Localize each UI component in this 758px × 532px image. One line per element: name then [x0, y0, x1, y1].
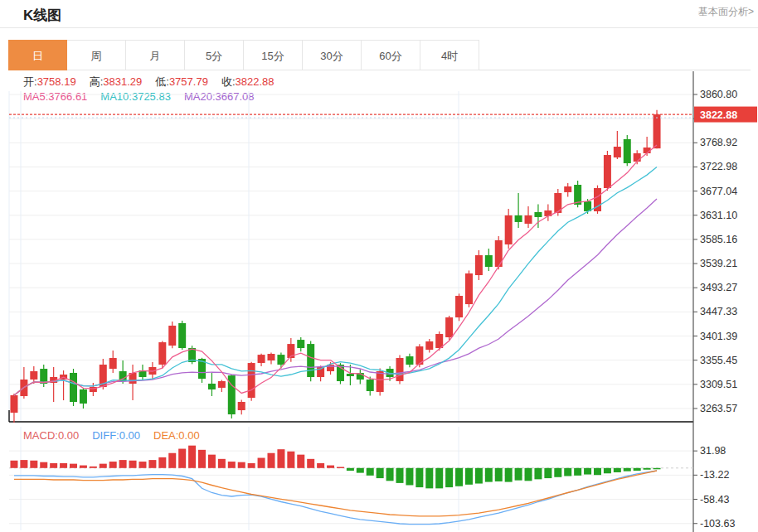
candle-body	[534, 212, 542, 217]
candle-body	[277, 355, 284, 365]
candle-body	[604, 155, 611, 188]
price-tick-label: 3539.21	[700, 258, 737, 269]
macd-bar	[327, 466, 334, 468]
candle-body	[347, 374, 354, 376]
macd-bar	[60, 463, 67, 468]
macd-bar	[70, 464, 77, 468]
macd-bar	[198, 450, 206, 468]
macd-bar	[415, 468, 423, 487]
candle-body	[267, 354, 275, 360]
macd-bar	[396, 468, 404, 483]
macd-bar	[267, 453, 275, 468]
price-tick-label: 3768.92	[700, 137, 737, 148]
ma5-line	[14, 145, 657, 395]
macd-bar	[594, 468, 601, 475]
price-tick-label: 3722.98	[700, 161, 737, 172]
macd-bar	[644, 468, 651, 470]
macd-bar	[158, 457, 166, 468]
macd-bar	[50, 463, 57, 468]
candle-body	[406, 356, 413, 365]
macd-bar	[584, 468, 591, 475]
macd-bar	[148, 460, 156, 468]
macd-bar	[485, 468, 493, 482]
macd-bar	[218, 459, 226, 468]
price-tick-label: 3493.27	[700, 282, 737, 293]
candle-body	[465, 273, 473, 304]
macd-bar	[40, 462, 47, 468]
macd-bar	[138, 462, 146, 468]
candle-body	[525, 215, 532, 224]
price-tick-label: 3677.04	[700, 186, 737, 197]
candle-body	[30, 371, 37, 380]
price-tick-label: 3447.33	[700, 306, 737, 317]
candle-body	[455, 296, 463, 317]
macd-bar	[307, 459, 314, 468]
macd-bar	[425, 468, 433, 489]
candle-body	[40, 369, 47, 384]
macd-bar	[465, 468, 473, 485]
macd-bar	[347, 468, 354, 471]
macd-bar	[357, 468, 364, 473]
dea-line	[14, 471, 657, 516]
macd-bar	[624, 468, 631, 472]
kline-page: K线图 基本面分析> 日周月5分15分30分60分4时 开:3758.19高:3…	[0, 0, 758, 532]
macd-bar	[287, 452, 294, 468]
macd-bar	[129, 461, 137, 468]
macd-bar	[238, 462, 245, 468]
macd-bar	[406, 468, 413, 486]
macd-bar	[109, 462, 117, 468]
macd-bar	[386, 468, 394, 481]
macd-bar	[10, 461, 17, 468]
macd-tick-label: 31.98	[700, 445, 726, 457]
current-price-badge-label: 3822.88	[700, 109, 737, 121]
price-tick-label: 3401.39	[700, 331, 737, 342]
macd-bar	[20, 460, 27, 468]
candle-body	[515, 215, 522, 222]
candle-body	[307, 344, 314, 377]
macd-bar	[228, 462, 236, 468]
macd-bar	[168, 453, 176, 468]
candle-body	[485, 255, 493, 267]
macd-bar	[80, 466, 87, 468]
candle-body	[425, 341, 433, 350]
macd-bar	[30, 461, 37, 468]
macd-bar	[178, 449, 186, 468]
macd-bar	[574, 468, 581, 476]
price-tick-label: 3263.57	[700, 403, 737, 414]
candle-body	[258, 355, 265, 363]
macd-bar	[634, 468, 641, 471]
price-tick-label: 3355.45	[700, 355, 737, 366]
macd-bar	[544, 468, 551, 478]
macd-tick-label: -103.63	[700, 518, 735, 530]
candle-body	[168, 326, 176, 346]
candle-body	[564, 186, 571, 192]
macd-bar	[208, 455, 216, 468]
candle-body	[435, 334, 443, 348]
candle-body	[377, 371, 384, 392]
macd-tick-label: -13.22	[700, 469, 729, 481]
macd-bar	[455, 468, 463, 486]
candle-body	[158, 342, 166, 365]
price-tick-label: 3631.10	[700, 210, 737, 221]
macd-bar	[248, 463, 255, 468]
macd-bar	[317, 463, 324, 468]
candle-body	[238, 402, 245, 410]
macd-bar	[377, 468, 384, 478]
macd-bar	[564, 468, 571, 476]
candle-body	[70, 373, 77, 402]
macd-bar	[654, 468, 661, 470]
price-tick-label: 3860.80	[700, 89, 737, 100]
candle-body	[80, 389, 87, 404]
macd-bar	[90, 467, 97, 468]
candle-body	[505, 215, 513, 244]
macd-bar	[297, 455, 304, 468]
candle-body	[614, 147, 621, 157]
macd-tick-label: -58.43	[700, 494, 729, 505]
candle-body	[367, 380, 374, 391]
candle-body	[475, 255, 483, 275]
macd-bar	[367, 468, 374, 476]
macd-bar	[445, 468, 453, 487]
candle-body	[654, 114, 661, 148]
macd-bar	[435, 468, 443, 489]
macd-bar	[258, 458, 265, 468]
